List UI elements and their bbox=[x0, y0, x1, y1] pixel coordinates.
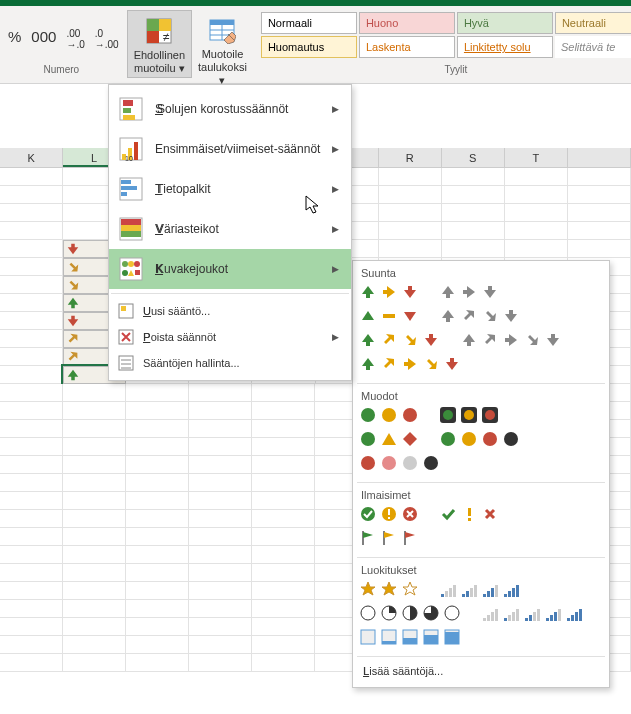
format-as-table-button[interactable]: Muotoile taulukoksi ▾ bbox=[192, 10, 253, 90]
grid-cell[interactable] bbox=[252, 582, 315, 600]
grid-cell[interactable] bbox=[442, 240, 505, 258]
grid-cell[interactable] bbox=[252, 600, 315, 618]
grid-cell[interactable] bbox=[379, 222, 442, 240]
grid-cell[interactable] bbox=[189, 564, 252, 582]
grid-cell[interactable] bbox=[505, 240, 568, 258]
iconset-3trafficlights-unrimmed[interactable] bbox=[359, 406, 419, 424]
grid-cell[interactable] bbox=[189, 492, 252, 510]
grid-cell[interactable] bbox=[189, 510, 252, 528]
grid-cell[interactable] bbox=[0, 546, 63, 564]
grid-cell[interactable] bbox=[252, 384, 315, 402]
grid-cell[interactable] bbox=[252, 492, 315, 510]
grid-cell[interactable] bbox=[0, 186, 63, 204]
iconset-4arrows-gray[interactable] bbox=[439, 307, 520, 325]
grid-cell[interactable] bbox=[0, 492, 63, 510]
grid-cell[interactable] bbox=[0, 222, 63, 240]
grid-cell[interactable] bbox=[442, 204, 505, 222]
menu-new-rule[interactable]: UUusi sääntö... bbox=[109, 298, 351, 324]
grid-cell[interactable] bbox=[63, 618, 126, 636]
grid-cell[interactable] bbox=[505, 204, 568, 222]
grid-cell[interactable] bbox=[126, 438, 189, 456]
grid-cell[interactable] bbox=[63, 420, 126, 438]
col-S[interactable]: S bbox=[442, 148, 505, 167]
grid-cell[interactable] bbox=[0, 366, 63, 384]
grid-cell[interactable] bbox=[189, 438, 252, 456]
style-bad[interactable]: Huono bbox=[359, 12, 455, 34]
grid-cell[interactable] bbox=[126, 510, 189, 528]
grid-cell[interactable] bbox=[63, 546, 126, 564]
grid-cell[interactable] bbox=[379, 240, 442, 258]
comma-icon[interactable]: 000 bbox=[31, 28, 56, 50]
menu-data-bars[interactable]: TTietopalkit ▶ bbox=[109, 169, 351, 209]
grid-cell[interactable] bbox=[63, 582, 126, 600]
grid-cell[interactable] bbox=[0, 564, 63, 582]
grid-cell[interactable] bbox=[505, 222, 568, 240]
grid-cell[interactable] bbox=[252, 654, 315, 672]
grid-cell[interactable] bbox=[0, 420, 63, 438]
iconset-4red-to-black[interactable] bbox=[359, 454, 440, 472]
grid-cell[interactable] bbox=[252, 564, 315, 582]
grid-cell[interactable] bbox=[505, 168, 568, 186]
grid-cell[interactable] bbox=[0, 636, 63, 654]
iconset-3arrows-colored[interactable] bbox=[359, 283, 419, 301]
grid-cell[interactable] bbox=[0, 456, 63, 474]
grid-cell[interactable] bbox=[63, 474, 126, 492]
grid-cell[interactable] bbox=[0, 312, 63, 330]
grid-cell[interactable] bbox=[126, 654, 189, 672]
grid-cell[interactable] bbox=[379, 186, 442, 204]
grid-cell[interactable] bbox=[0, 330, 63, 348]
grid-cell[interactable] bbox=[568, 222, 631, 240]
grid-cell[interactable] bbox=[252, 636, 315, 654]
grid-cell[interactable] bbox=[0, 582, 63, 600]
menu-top-bottom-rules[interactable]: 10 Ensimmäiset/viimeiset-säännöt ▶ bbox=[109, 129, 351, 169]
percent-icon[interactable]: % bbox=[8, 28, 21, 50]
grid-cell[interactable] bbox=[63, 600, 126, 618]
iconset-5quarters[interactable] bbox=[359, 604, 461, 622]
grid-cell[interactable] bbox=[126, 564, 189, 582]
iconset-5ratings[interactable] bbox=[481, 604, 583, 622]
col-T[interactable]: T bbox=[505, 148, 568, 167]
iconset-3symbols-circled[interactable] bbox=[359, 505, 419, 523]
grid-cell[interactable] bbox=[189, 600, 252, 618]
grid-cell[interactable] bbox=[0, 168, 63, 186]
grid-cell[interactable] bbox=[126, 582, 189, 600]
grid-cell[interactable] bbox=[0, 438, 63, 456]
grid-cell[interactable] bbox=[0, 528, 63, 546]
grid-cell[interactable] bbox=[126, 456, 189, 474]
grid-cell[interactable] bbox=[63, 528, 126, 546]
grid-cell[interactable] bbox=[0, 276, 63, 294]
iconset-3signs[interactable] bbox=[359, 430, 419, 448]
grid-cell[interactable] bbox=[0, 474, 63, 492]
grid-cell[interactable] bbox=[252, 402, 315, 420]
grid-cell[interactable] bbox=[63, 636, 126, 654]
grid-cell[interactable] bbox=[189, 528, 252, 546]
grid-cell[interactable] bbox=[126, 546, 189, 564]
grid-cell[interactable] bbox=[0, 402, 63, 420]
iconset-3trafficlights-rimmed[interactable] bbox=[439, 406, 499, 424]
style-calculation[interactable]: Laskenta bbox=[359, 36, 455, 58]
grid-cell[interactable] bbox=[63, 438, 126, 456]
grid-cell[interactable] bbox=[189, 618, 252, 636]
grid-cell[interactable] bbox=[126, 384, 189, 402]
iconset-3triangles[interactable] bbox=[359, 307, 419, 325]
menu-color-scales[interactable]: VVäriasteikot ▶ bbox=[109, 209, 351, 249]
grid-cell[interactable] bbox=[189, 546, 252, 564]
grid-cell[interactable] bbox=[63, 456, 126, 474]
grid-cell[interactable] bbox=[0, 348, 63, 366]
grid-cell[interactable] bbox=[63, 510, 126, 528]
grid-cell[interactable] bbox=[252, 618, 315, 636]
grid-cell[interactable] bbox=[379, 168, 442, 186]
iconset-5arrows-gray[interactable] bbox=[460, 331, 562, 349]
iconset-4arrows-colored[interactable] bbox=[359, 331, 440, 349]
grid-cell[interactable] bbox=[0, 258, 63, 276]
grid-cell[interactable] bbox=[126, 492, 189, 510]
grid-cell[interactable] bbox=[189, 582, 252, 600]
grid-cell[interactable] bbox=[252, 510, 315, 528]
grid-cell[interactable] bbox=[252, 474, 315, 492]
grid-cell[interactable] bbox=[189, 384, 252, 402]
style-neutral[interactable]: Neutraali bbox=[555, 12, 631, 34]
grid-cell[interactable] bbox=[0, 240, 63, 258]
iconset-4trafficlights[interactable] bbox=[439, 430, 520, 448]
col-K[interactable]: K bbox=[0, 148, 63, 167]
grid-cell[interactable] bbox=[0, 654, 63, 672]
